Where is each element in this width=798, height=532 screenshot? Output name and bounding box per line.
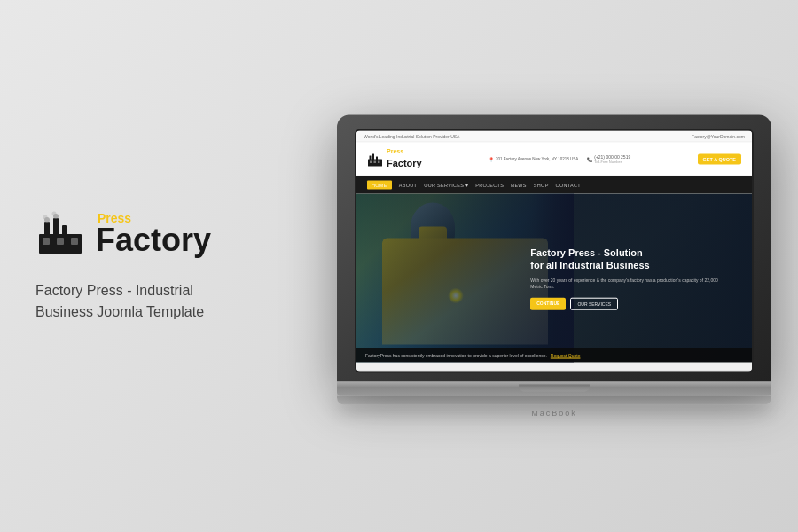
hero-title: Factory Press - Solutionfor all Industri… xyxy=(530,246,728,272)
screen-content: World's Leading Industrial Solution Prov… xyxy=(356,131,752,372)
site-logo-icon xyxy=(367,151,383,167)
nav-item-news[interactable]: NEWS xyxy=(511,183,527,188)
nav-item-home[interactable]: HOME xyxy=(367,181,392,190)
svg-rect-2 xyxy=(57,238,64,245)
site-phone: 📞 (+21) 000 00 2519 Toll-Free Number xyxy=(587,154,630,164)
site-contact-info: 📍 201 Factory Avenue New York, NY 10218 … xyxy=(489,154,630,164)
svg-rect-17 xyxy=(378,160,380,163)
svg-rect-3 xyxy=(71,238,78,245)
nav-item-projects[interactable]: PROJECTS xyxy=(475,183,504,188)
topbar-left-text: World's Leading Industrial Solution Prov… xyxy=(364,134,459,139)
svg-rect-15 xyxy=(370,160,372,163)
laptop-mockup: World's Leading Industrial Solution Prov… xyxy=(337,115,771,418)
svg-rect-12 xyxy=(370,155,372,160)
get-quote-button[interactable]: GET A QUOTE xyxy=(698,153,741,164)
hero-continue-button[interactable]: CONTINUE xyxy=(530,297,566,309)
hero-bottom-bar: FactoryPress has consistently embraced i… xyxy=(356,348,752,363)
svg-rect-13 xyxy=(372,153,374,160)
laptop-screen-bezel: World's Leading Industrial Solution Prov… xyxy=(355,129,754,373)
site-logo-main: Factory xyxy=(387,158,422,168)
site-logo-press: Press xyxy=(387,148,422,154)
nav-item-shop[interactable]: SHOP xyxy=(534,183,549,188)
site-nav: HOME ABOUT OUR SERVICES ▾ PROJECTS NEWS … xyxy=(356,176,752,194)
nav-item-services[interactable]: OUR SERVICES ▾ xyxy=(424,183,468,188)
site-header: Press Factory 📍 201 Factory Avenue New Y… xyxy=(356,143,752,176)
hero-bottom-text: FactoryPress has consistently embraced i… xyxy=(365,353,547,358)
svg-rect-1 xyxy=(43,238,50,245)
macbook-label: MacBook xyxy=(337,409,771,418)
site-logo-text-block: Press Factory xyxy=(387,148,422,170)
location-icon: 📍 xyxy=(489,156,494,161)
topbar-email: Factory@YourDomain.com xyxy=(692,134,745,139)
svg-rect-4 xyxy=(44,222,50,236)
hero-buttons: CONTINUE OUR SERVICES xyxy=(530,297,728,309)
svg-rect-6 xyxy=(62,225,67,236)
svg-rect-5 xyxy=(53,218,59,236)
svg-point-8 xyxy=(43,215,48,220)
brand-tagline: Factory Press - Industrial Business Joom… xyxy=(35,280,266,323)
site-content-area xyxy=(356,363,752,372)
site-topbar: World's Leading Industrial Solution Prov… xyxy=(356,131,752,143)
svg-rect-14 xyxy=(376,156,378,160)
site-logo: Press Factory xyxy=(367,148,422,170)
laptop-notch xyxy=(519,385,590,392)
laptop-base xyxy=(337,382,771,396)
svg-rect-16 xyxy=(374,160,377,163)
hero-request-quote-link[interactable]: Request Quote xyxy=(551,353,581,358)
brand-factory-label: Factory xyxy=(96,224,211,256)
hero-text-block: Factory Press - Solutionfor all Industri… xyxy=(530,246,728,310)
nav-item-contact[interactable]: CONTACT xyxy=(556,183,581,188)
brand-text: Press Factory xyxy=(96,212,211,256)
laptop-stand xyxy=(337,396,771,405)
laptop-screen-frame: World's Leading Industrial Solution Prov… xyxy=(337,115,771,382)
svg-point-10 xyxy=(52,212,57,216)
nav-item-about[interactable]: ABOUT xyxy=(399,183,417,188)
phone-icon: 📞 xyxy=(587,156,592,161)
brand-logo: Press Factory xyxy=(35,209,266,259)
hero-services-button[interactable]: OUR SERVICES xyxy=(570,297,618,309)
hero-subtitle: With over 20 years of experience & the c… xyxy=(530,277,728,290)
site-address: 📍 201 Factory Avenue New York, NY 10218 … xyxy=(489,156,578,161)
site-hero: Factory Press - Solutionfor all Industri… xyxy=(356,194,752,363)
factory-logo-icon xyxy=(35,209,85,259)
left-branding-panel: Press Factory Factory Press - Industrial… xyxy=(35,209,266,323)
